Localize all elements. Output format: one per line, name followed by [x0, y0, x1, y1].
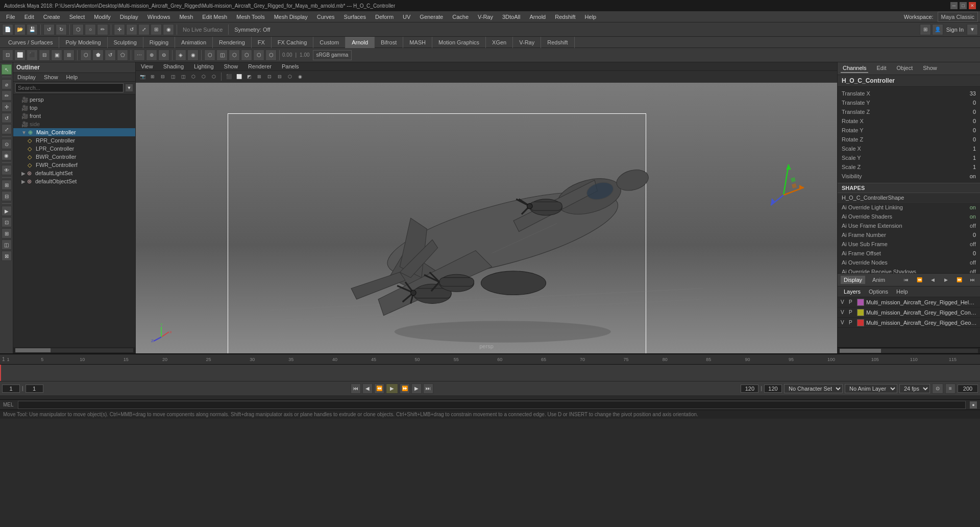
- rotate-tool-btn[interactable]: ↺: [2, 113, 12, 123]
- sculpt-tool-btn[interactable]: ⊙: [2, 139, 12, 149]
- vp-tb-poly4[interactable]: ⬡: [199, 72, 208, 81]
- ch-row-vis[interactable]: Visibility on: [838, 172, 980, 181]
- outliner-item-fwr[interactable]: ◇ FWR_Controllerf: [13, 161, 135, 169]
- fps-dropdown[interactable]: 24 fps: [899, 384, 930, 393]
- tb2-btn4[interactable]: ⊟: [39, 50, 50, 61]
- search-options-btn[interactable]: ▼: [125, 84, 133, 92]
- ch-row-frame-num[interactable]: Ai Frame Number 0: [838, 230, 980, 239]
- dropdown-arrow[interactable]: ▼: [967, 24, 978, 35]
- layers-tab-help[interactable]: Help: [893, 288, 911, 296]
- universal-manip[interactable]: ⊞: [151, 24, 162, 35]
- layer-row-geometry[interactable]: V P Multi_mission_Aircraft_Grey_Rigged_G…: [838, 318, 980, 328]
- auto-key-btn[interactable]: ⊙: [932, 384, 943, 394]
- playback-start-input[interactable]: [26, 385, 43, 393]
- render-btn[interactable]: ▶: [2, 206, 12, 216]
- play-fwd-btn[interactable]: ⏩: [400, 384, 410, 394]
- command-input[interactable]: [18, 401, 966, 409]
- menu-vray[interactable]: V-Ray: [474, 13, 497, 21]
- tb2-btn20[interactable]: ⬡: [253, 50, 264, 61]
- nav-next2[interactable]: ⏩: [954, 275, 964, 284]
- tb2-btn8[interactable]: ⬟: [92, 50, 104, 61]
- layer-p-geometry[interactable]: P: [849, 320, 855, 325]
- playback-end-input[interactable]: [741, 385, 758, 393]
- menu-modify[interactable]: Modify: [90, 13, 114, 21]
- menu-mesh[interactable]: Mesh: [175, 13, 197, 21]
- ch-row-use-frame-ext[interactable]: Ai Use Frame Extension off: [838, 221, 980, 230]
- tab-fx[interactable]: FX: [252, 37, 272, 48]
- show-hide-btn[interactable]: 👁: [2, 165, 12, 175]
- layer-p-helpers[interactable]: P: [849, 299, 855, 305]
- tab-animation[interactable]: Animation: [175, 37, 213, 48]
- vp-menu-panels[interactable]: Panels: [277, 62, 304, 70]
- total-end-input[interactable]: [764, 385, 782, 393]
- tab-poly-modeling[interactable]: Poly Modeling: [59, 37, 107, 48]
- menu-help[interactable]: Help: [581, 13, 601, 21]
- outliner-item-main-controller[interactable]: ▼ ⊕ Main_Controller: [13, 128, 135, 136]
- outliner-item-bwr[interactable]: ◇ BWR_Controller: [13, 153, 135, 161]
- menu-edit[interactable]: Edit: [20, 13, 38, 21]
- signin-label[interactable]: Sign In: [944, 27, 966, 33]
- move-tool-btn[interactable]: ✛: [2, 102, 12, 112]
- vp-tb-shade4[interactable]: ⊞: [255, 72, 264, 81]
- layer-vis-helpers[interactable]: V: [841, 299, 847, 305]
- menu-meshtools[interactable]: Mesh Tools: [232, 13, 268, 21]
- render4-btn[interactable]: ◫: [2, 239, 12, 250]
- tb2-btn12[interactable]: ⊕: [146, 50, 157, 61]
- right-panel-scrollbar[interactable]: [838, 347, 980, 353]
- vp-tb-shade6[interactable]: ⊟: [275, 72, 284, 81]
- go-end-btn[interactable]: ⏭: [423, 384, 433, 394]
- scale-tool-btn[interactable]: ⤢: [2, 124, 12, 134]
- sign-in[interactable]: 👤: [932, 24, 943, 35]
- redo-button[interactable]: ↻: [56, 24, 67, 35]
- layer-row-helpers[interactable]: V P Multi_mission_Aircraft_Grey_Rigged_H…: [838, 297, 980, 307]
- tb2-btn16[interactable]: ⬡: [204, 50, 215, 61]
- vp-tb-shade3[interactable]: ◩: [244, 72, 254, 81]
- tb2-btn14[interactable]: ◈: [175, 50, 186, 61]
- vp-tb-layout[interactable]: ⊞: [148, 72, 157, 81]
- vp-tb-shade5[interactable]: ⊡: [265, 72, 274, 81]
- no-live-surface-label[interactable]: No Live Surface: [180, 25, 226, 35]
- nav-prev-prev[interactable]: ⏮: [901, 275, 911, 284]
- tab-vray[interactable]: V-Ray: [513, 37, 541, 48]
- step-back-btn[interactable]: ◀: [362, 384, 373, 394]
- lasso-tool[interactable]: ○: [85, 24, 96, 35]
- menu-deform[interactable]: Deform: [371, 13, 398, 21]
- minimize-button[interactable]: ─: [950, 2, 958, 9]
- ch-tab-edit[interactable]: Edit: [874, 64, 888, 73]
- outliner-item-lightset[interactable]: ▶ ⊛ defaultLightSet: [13, 169, 135, 177]
- nav-next[interactable]: ▶: [941, 275, 950, 284]
- ch-row-use-subframe[interactable]: Ai Use Sub Frame off: [838, 239, 980, 249]
- menu-arnold[interactable]: Arnold: [525, 13, 550, 21]
- vp-menu-view[interactable]: View: [136, 62, 158, 70]
- menu-file[interactable]: File: [2, 13, 19, 21]
- tab-rigging[interactable]: Rigging: [143, 37, 175, 48]
- tab-xgen[interactable]: XGen: [486, 37, 513, 48]
- ch-row-sy[interactable]: Scale Y 1: [838, 153, 980, 162]
- menu-surfaces[interactable]: Surfaces: [340, 13, 370, 21]
- vp-tb-camera[interactable]: 📷: [138, 72, 147, 81]
- tb2-btn6[interactable]: ⊞: [63, 50, 75, 61]
- menu-editmesh[interactable]: Edit Mesh: [198, 13, 231, 21]
- vp-tb-shade2[interactable]: ⬜: [234, 72, 243, 81]
- menu-curves[interactable]: Curves: [313, 13, 339, 21]
- outliner-item-top[interactable]: 🎥 top: [13, 104, 135, 112]
- layer-p-controllers[interactable]: P: [849, 309, 855, 315]
- playhead[interactable]: [0, 365, 1, 381]
- ch-row-sx[interactable]: Scale X 1: [838, 144, 980, 153]
- menu-3dtoall[interactable]: 3DtoAll: [498, 13, 524, 21]
- total-frames-input[interactable]: [958, 385, 978, 393]
- open-scene-button[interactable]: 📂: [14, 24, 26, 35]
- ch-row-override-light[interactable]: Ai Override Light Linking on: [838, 203, 980, 212]
- outliner-item-side[interactable]: 🎥 side: [13, 120, 135, 128]
- workspace-dropdown[interactable]: Maya Classic: [938, 12, 978, 22]
- tab-display[interactable]: Display: [841, 276, 865, 284]
- tb2-btn19[interactable]: ⬡: [241, 50, 252, 61]
- select-tool-btn[interactable]: ↖: [2, 64, 12, 75]
- tb2-btn5[interactable]: ▣: [51, 50, 62, 61]
- outliner-menu-show[interactable]: Show: [40, 73, 62, 81]
- vp-tb-shade8[interactable]: ◉: [296, 72, 305, 81]
- step-fwd-btn[interactable]: ▶: [411, 384, 422, 394]
- outliner-item-objectset[interactable]: ▶ ⊛ defaultObjectSet: [13, 177, 135, 185]
- menu-select[interactable]: Select: [65, 13, 89, 21]
- select-tool[interactable]: ⬡: [72, 24, 84, 35]
